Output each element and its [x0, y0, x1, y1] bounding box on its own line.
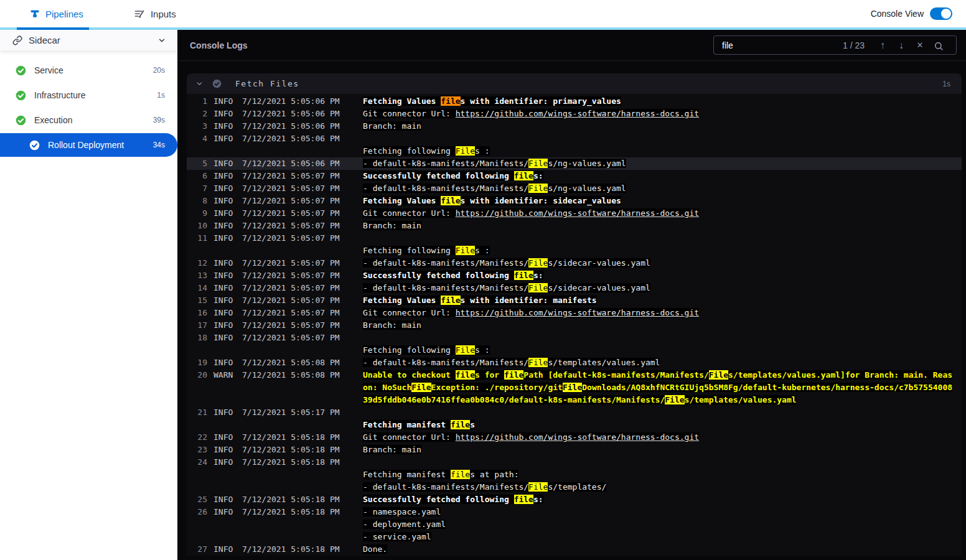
log-line-number: 16: [187, 307, 207, 319]
collapse-chevron-icon[interactable]: [195, 80, 204, 88]
log-message: Fetching following Files :: [363, 344, 962, 357]
log-row: 15INFO7/12/2021 5:05:07 PMFetching Value…: [187, 294, 962, 307]
log-line-number: 11: [187, 232, 207, 245]
step-label: Service: [34, 65, 63, 75]
log-line-number: 18: [187, 332, 207, 344]
log-level: INFO: [213, 406, 240, 419]
log-text: Git connector Url:: [363, 308, 456, 317]
log-timestamp: 7/12/2021 5:05:07 PM: [242, 170, 342, 182]
log-text: s/templates/: [548, 482, 606, 492]
log-link[interactable]: https://github.com/wings-software/harnes…: [456, 432, 699, 442]
search-input[interactable]: [722, 40, 843, 50]
log-timestamp: 7/12/2021 5:05:07 PM: [242, 269, 342, 282]
tab-inputs-label: Inputs: [151, 9, 176, 19]
search-icon[interactable]: [929, 40, 948, 51]
log-level: INFO: [213, 431, 240, 444]
log-text: s/sidecar-values.yaml: [548, 258, 650, 268]
log-text: Git connector Url:: [363, 208, 456, 218]
log-message: Fetching manifest files: [363, 419, 962, 431]
log-line-number: 22: [187, 431, 207, 444]
log-link[interactable]: https://github.com/wings-software/harnes…: [456, 308, 699, 317]
log-text: Fetching Values: [363, 96, 441, 106]
log-row: 19INFO7/12/2021 5:05:08 PM- default-k8s-…: [187, 357, 962, 369]
log-text: s:: [533, 271, 543, 280]
log-message: Git connector Url: https://github.com/wi…: [363, 307, 962, 319]
log-line-number: 24: [187, 456, 207, 469]
search-match: File: [528, 358, 548, 367]
log-text: s/templates/values.yaml: [685, 395, 797, 404]
log-text: Unable to checkout: [363, 370, 456, 380]
header-tabs: Pipelines Inputs: [0, 0, 190, 27]
log-timestamp: 7/12/2021 5:05:06 PM: [242, 95, 342, 108]
log-timestamp: 7/12/2021 5:05:18 PM: [242, 456, 342, 469]
log-message: Successfully fetched following files:: [363, 269, 962, 282]
tab-pipelines[interactable]: Pipelines: [16, 0, 97, 27]
search-match: file: [514, 271, 533, 280]
log-level: INFO: [213, 257, 240, 269]
log-text: - service.yaml: [363, 532, 431, 541]
log-section-header[interactable]: Fetch Files 1s: [187, 73, 962, 94]
log-message: Branch: main: [363, 319, 962, 332]
log-text: - default-k8s-manifests/Manifests/: [363, 159, 528, 168]
log-timestamp: 7/12/2021 5:05:07 PM: [242, 332, 342, 344]
success-check-icon: [16, 115, 26, 126]
log-message: Fetching Values files with identifier: s…: [363, 195, 962, 207]
log-link[interactable]: https://github.com/wings-software/harnes…: [456, 109, 699, 118]
log-line-number: 6: [187, 170, 207, 182]
log-timestamp: 7/12/2021 5:05:07 PM: [242, 182, 342, 195]
tab-inputs[interactable]: Inputs: [121, 0, 190, 27]
log-timestamp: 7/12/2021 5:05:07 PM: [242, 307, 342, 319]
log-text: Fetching following: [363, 345, 456, 355]
search-match-counter: 1 / 23: [843, 40, 865, 50]
search-match: file: [514, 171, 533, 180]
log-message: - default-k8s-manifests/Manifests/Files/…: [363, 257, 962, 269]
console-view-toggle[interactable]: [930, 7, 952, 20]
log-message: Git connector Url: https://github.com/wi…: [363, 108, 962, 120]
log-message: Fetching following Files :: [363, 145, 962, 157]
sidebar-item-service[interactable]: Service 20s: [0, 58, 177, 83]
stage-header[interactable]: Sidecar: [0, 30, 177, 50]
log-level: INFO: [213, 133, 240, 145]
log-message: - default-k8s-manifests/Manifests/Files/…: [363, 282, 962, 294]
sidebar-item-infrastructure[interactable]: Infrastructure 1s: [0, 83, 177, 108]
sidebar-item-rollout-deployment[interactable]: Rollout Deployment 34s: [0, 133, 177, 157]
log-text: - default-k8s-manifests/Manifests/: [363, 358, 528, 367]
step-label: Infrastructure: [34, 90, 85, 100]
search-match: File: [528, 283, 548, 292]
log-message: - default-k8s-manifests/Manifests/Files/…: [363, 481, 962, 493]
log-line-number: 17: [187, 319, 207, 332]
log-row: 21INFO7/12/2021 5:05:17 PM: [187, 406, 962, 419]
log-row: - deployment.yaml: [187, 518, 962, 531]
log-row: 3INFO7/12/2021 5:05:06 PMBranch: main: [187, 120, 962, 133]
log-line-number: 5: [187, 157, 207, 170]
log-text: s: [470, 420, 475, 429]
step-duration: 1s: [157, 91, 165, 100]
log-row: 14INFO7/12/2021 5:05:07 PM- default-k8s-…: [187, 282, 962, 294]
success-check-icon: [16, 65, 26, 76]
previous-match-icon[interactable]: ↑: [873, 40, 892, 50]
close-icon[interactable]: ✕: [911, 41, 929, 49]
log-message: Done.: [363, 543, 962, 556]
sidebar-item-execution[interactable]: Execution 39s: [0, 108, 177, 133]
log-row: 1INFO7/12/2021 5:05:06 PMFetching Values…: [187, 95, 962, 108]
log-line-number: 12: [187, 257, 207, 269]
next-match-icon[interactable]: ↓: [892, 40, 911, 50]
log-line-number: 27: [187, 543, 207, 556]
log-row: 2INFO7/12/2021 5:05:06 PMGit connector U…: [187, 108, 962, 120]
log-row: 23INFO7/12/2021 5:05:18 PMBranch: main: [187, 444, 962, 456]
step-label: Execution: [34, 115, 72, 125]
log-body[interactable]: 1INFO7/12/2021 5:05:06 PMFetching Values…: [187, 94, 962, 556]
pipeline-icon: [30, 9, 40, 19]
chevron-down-icon[interactable]: [157, 36, 166, 45]
console-view-label: Console View: [871, 9, 924, 19]
success-check-icon: [16, 90, 26, 101]
log-message: Git connector Url: https://github.com/wi…: [363, 431, 962, 444]
log-text: Fetching manifest: [363, 470, 451, 479]
log-text: Successfully fetched following: [363, 171, 514, 180]
log-link[interactable]: https://github.com/wings-software/harnes…: [456, 208, 699, 218]
log-timestamp: 7/12/2021 5:05:06 PM: [242, 157, 342, 170]
console-panel: Console Logs 1 / 23 ↑ ↓ ✕ Fetch Files 1s…: [177, 30, 966, 560]
log-message: - service.yaml: [363, 531, 962, 543]
tab-pipelines-label: Pipelines: [45, 9, 83, 19]
log-row: Fetching manifest files: [187, 419, 962, 431]
